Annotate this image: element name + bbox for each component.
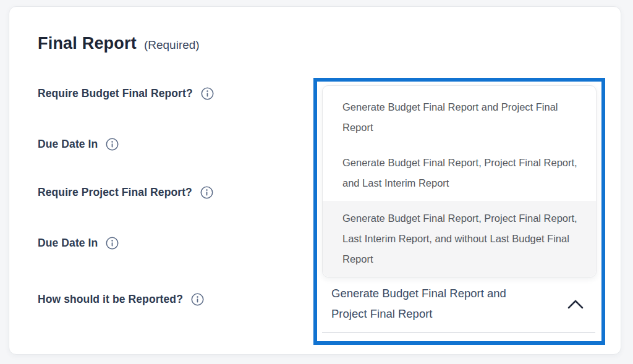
field-label: Due Date In (38, 138, 98, 151)
card-header: Final Report (Required) (38, 34, 200, 53)
field-label: Due Date In (38, 237, 98, 250)
info-icon[interactable] (106, 138, 119, 151)
dropdown-listbox: Generate Budget Final Report and Project… (322, 85, 597, 277)
dropdown-selected-value: Generate Budget Final Report and Project… (331, 283, 535, 324)
info-icon[interactable] (201, 87, 214, 100)
info-icon[interactable] (106, 237, 119, 250)
dropdown-trigger[interactable]: Generate Budget Final Report and Project… (322, 283, 595, 333)
dropdown-option-highlighted[interactable]: Generate Budget Final Report, Project Fi… (323, 201, 596, 277)
dropdown-option[interactable]: Generate Budget Final Report, Project Fi… (323, 145, 596, 201)
field-how-should-it-be-reported: How should it be Reported? (38, 293, 204, 306)
info-icon[interactable] (200, 186, 213, 199)
field-label: How should it be Reported? (38, 293, 183, 306)
chevron-up-icon (567, 299, 584, 310)
field-require-budget-final-report: Require Budget Final Report? (38, 87, 214, 100)
required-note: (Required) (144, 38, 200, 52)
field-label: Require Project Final Report? (38, 186, 192, 199)
report-type-dropdown: Generate Budget Final Report and Project… (313, 78, 605, 345)
final-report-card: Final Report (Required) Require Budget F… (9, 6, 621, 355)
page-title: Final Report (38, 34, 137, 53)
info-icon[interactable] (191, 293, 204, 306)
field-label: Require Budget Final Report? (38, 87, 193, 100)
dropdown-option[interactable]: Generate Budget Final Report and Project… (323, 90, 596, 145)
field-require-project-final-report: Require Project Final Report? (38, 186, 213, 199)
field-due-date-in-project: Due Date In (38, 237, 119, 250)
field-due-date-in-budget: Due Date In (38, 138, 119, 151)
